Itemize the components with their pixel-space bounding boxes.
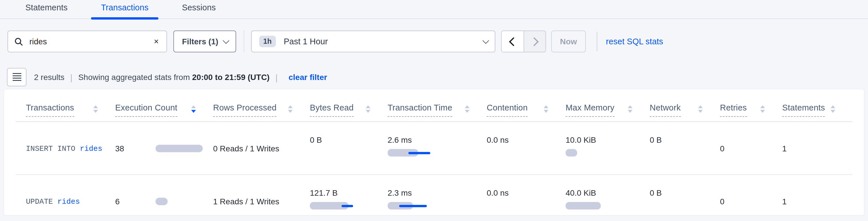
transaction-fingerprint-link[interactable]: rides <box>80 145 102 153</box>
network-cell: 0 B <box>650 122 720 175</box>
sql-statement-text: INSERT INTO <box>26 145 75 153</box>
time-pager <box>501 31 546 52</box>
column-header-network[interactable]: Network <box>650 89 720 122</box>
tab-statements[interactable]: Statements <box>25 0 68 19</box>
transaction-time-bar <box>388 202 487 210</box>
bytes-read-value: 0 B <box>310 134 388 146</box>
reset-sql-stats-link[interactable]: reset SQL stats <box>606 37 663 46</box>
max-memory-value: 40.0 KiB <box>566 187 650 198</box>
next-time-button[interactable] <box>524 31 546 52</box>
contention-value: 0.0 ns <box>487 134 566 146</box>
transaction-time-cell: 2.3 ms <box>388 175 487 215</box>
column-header-transaction-time[interactable]: Transaction Time <box>388 89 487 122</box>
list-menu-icon <box>12 73 21 81</box>
transaction-time-cell: 2.6 ms <box>388 122 487 175</box>
toolbar: ✕ Filters (1) 1h Past 1 Hour Now reset S… <box>7 31 868 52</box>
aggregated-stats-text: Showing aggregated stats from 20:00 to 2… <box>78 72 270 82</box>
tab-transactions[interactable]: Transactions <box>101 0 149 19</box>
transactions-table-card: Transactions Execution Count Rows Proces… <box>4 89 864 215</box>
tab-bar: Statements Transactions Sessions <box>0 0 868 19</box>
sort-icon <box>366 103 370 113</box>
tab-sessions[interactable]: Sessions <box>182 0 216 19</box>
rows-processed-cell: 1 Reads / 1 Writes <box>213 175 310 215</box>
execution-count-cell: 38 <box>115 122 213 175</box>
transaction-fingerprint-cell: UPDATE rides <box>16 175 115 215</box>
time-range-badge: 1h <box>259 36 276 48</box>
max-memory-bar <box>566 202 650 210</box>
max-memory-value: 10.0 KiB <box>566 134 650 146</box>
clear-search-icon[interactable]: ✕ <box>153 37 160 46</box>
clear-filter-link[interactable]: clear filter <box>288 72 327 82</box>
sort-icon <box>544 103 548 113</box>
sort-icon <box>288 103 292 113</box>
max-memory-cell: 40.0 KiB <box>566 175 650 215</box>
bytes-read-bar <box>310 202 388 210</box>
statements-cell: 1 <box>782 122 852 175</box>
bytes-read-cell: 0 B <box>310 122 388 175</box>
toolbar-divider <box>244 31 244 52</box>
execution-count-value: 6 <box>115 196 120 206</box>
search-icon <box>14 37 23 46</box>
time-range-label: Past 1 Hour <box>284 37 328 46</box>
column-header-bytes-read[interactable]: Bytes Read <box>310 89 388 122</box>
sort-icon <box>628 103 632 113</box>
column-selector-button[interactable] <box>7 68 27 86</box>
bytes-read-cell: 121.7 B <box>310 175 388 215</box>
separator: | <box>275 72 278 82</box>
column-header-transactions[interactable]: Transactions <box>16 89 115 122</box>
retries-cell: 0 <box>720 122 782 175</box>
chevron-down-icon <box>223 37 229 44</box>
column-header-execution-count[interactable]: Execution Count <box>115 89 213 122</box>
transaction-time-value: 2.6 ms <box>388 134 487 146</box>
chevron-down-icon <box>483 37 489 44</box>
column-header-statements[interactable]: Statements <box>782 89 852 122</box>
bytes-read-value: 121.7 B <box>310 187 388 198</box>
rows-processed-cell: 0 Reads / 1 Writes <box>213 122 310 175</box>
sort-icon <box>831 103 835 113</box>
statements-cell: 1 <box>782 175 852 215</box>
filters-button[interactable]: Filters (1) <box>174 31 236 52</box>
prev-time-button[interactable] <box>502 31 524 52</box>
sort-icon <box>465 103 469 113</box>
transaction-row: INSERT INTO rides 38 0 Reads / 1 Writes … <box>16 122 852 175</box>
time-range-picker[interactable]: 1h Past 1 Hour <box>251 31 495 52</box>
chevron-right-icon <box>529 37 538 46</box>
search-input[interactable] <box>28 36 153 46</box>
sql-activity-page: Statements Transactions Sessions ✕ Filte… <box>0 0 868 221</box>
contention-cell: 0.0 ns <box>487 175 566 215</box>
network-value: 0 B <box>650 187 720 198</box>
network-cell: 0 B <box>650 175 720 215</box>
execution-count-bar <box>156 145 203 152</box>
transaction-time-bar <box>388 149 487 157</box>
table-header-row: Transactions Execution Count Rows Proces… <box>16 89 852 122</box>
search-input-container[interactable]: ✕ <box>7 31 167 52</box>
transaction-time-value: 2.3 ms <box>388 187 487 198</box>
sql-statement-text: UPDATE <box>26 197 53 206</box>
execution-count-value: 38 <box>115 144 124 153</box>
column-header-contention[interactable]: Contention <box>487 89 566 122</box>
chevron-left-icon <box>509 37 518 46</box>
column-header-rows-processed[interactable]: Rows Processed <box>213 89 310 122</box>
results-count: 2 results <box>34 72 64 82</box>
column-header-retries[interactable]: Retries <box>720 89 782 122</box>
filters-button-label: Filters (1) <box>182 37 218 46</box>
sort-icon-active-desc <box>191 103 196 113</box>
results-bar: 2 results | Showing aggregated stats fro… <box>7 68 868 86</box>
transaction-fingerprint-link[interactable]: rides <box>57 197 80 206</box>
sort-icon <box>698 103 703 113</box>
retries-cell: 0 <box>720 175 782 215</box>
max-memory-cell: 10.0 KiB <box>566 122 650 175</box>
sort-icon <box>93 103 98 113</box>
stats-time-range: 20:00 to 21:59 (UTC) <box>192 72 270 82</box>
toolbar-divider <box>597 32 597 51</box>
network-value: 0 B <box>650 134 720 146</box>
contention-value: 0.0 ns <box>487 187 566 198</box>
execution-count-cell: 6 <box>115 175 213 215</box>
sort-icon <box>760 103 765 113</box>
column-header-max-memory[interactable]: Max Memory <box>566 89 650 122</box>
contention-cell: 0.0 ns <box>487 122 566 175</box>
transaction-row: UPDATE rides 6 1 Reads / 1 Writes 121.7 … <box>16 175 852 215</box>
now-button[interactable]: Now <box>551 31 586 52</box>
transactions-table: Transactions Execution Count Rows Proces… <box>16 89 852 215</box>
max-memory-bar <box>566 149 650 157</box>
